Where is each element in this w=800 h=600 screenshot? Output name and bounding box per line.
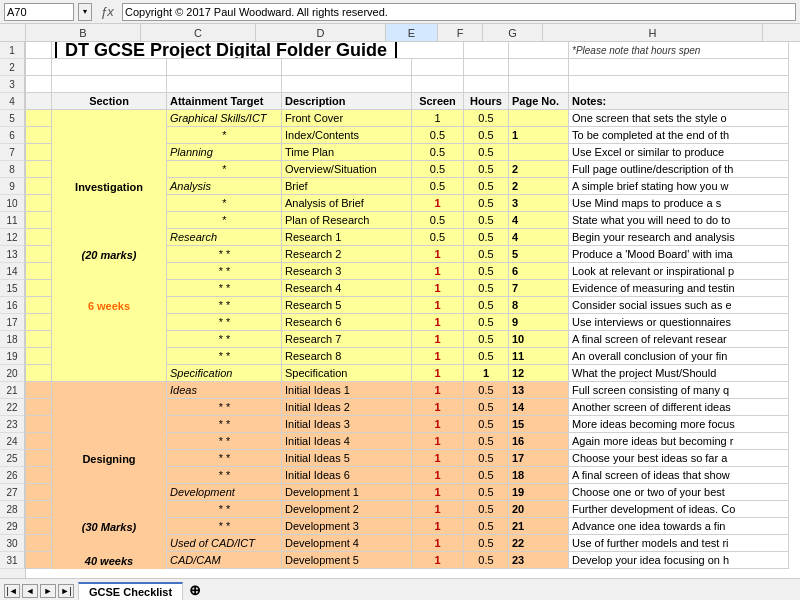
row-num-19: 19 bbox=[0, 348, 25, 365]
row-num-26: 26 bbox=[0, 467, 25, 484]
col-header-e[interactable]: E bbox=[386, 24, 438, 41]
row-26: * * Initial Ideas 6 1 0.5 18 A final scr… bbox=[26, 467, 800, 484]
tab-nav-next[interactable]: ► bbox=[40, 584, 56, 598]
row-num-6: 6 bbox=[0, 127, 25, 144]
row-num-11: 11 bbox=[0, 212, 25, 229]
row-num-9: 9 bbox=[0, 178, 25, 195]
tab-nav-first[interactable]: |◄ bbox=[4, 584, 20, 598]
row-num-10: 10 bbox=[0, 195, 25, 212]
tab-navigation: |◄ ◄ ► ►| bbox=[4, 584, 74, 600]
row-10: * Analysis of Brief 1 0.5 3 Use Mind map… bbox=[26, 195, 800, 212]
sheet-tab-gcse[interactable]: GCSE Checklist bbox=[78, 582, 183, 600]
note-text: *Please note that hours spen bbox=[572, 45, 700, 56]
row-8: * Overview/Situation 0.5 0.5 2 Full page… bbox=[26, 161, 800, 178]
row-22: * * Initial Ideas 2 1 0.5 14 Another scr… bbox=[26, 399, 800, 416]
row-9: Investigation Analysis Brief 0.5 0.5 2 A… bbox=[26, 178, 800, 195]
row-num-2: 2 bbox=[0, 59, 25, 76]
row-1: DT GCSE Project Digital Folder Guide *Pl… bbox=[26, 42, 800, 59]
row-num-30: 30 bbox=[0, 535, 25, 552]
column-headers: B C D E F G H bbox=[0, 24, 800, 42]
formula-icon: ƒx bbox=[96, 3, 118, 21]
row-28: * * Development 2 1 0.5 20 Further devel… bbox=[26, 501, 800, 518]
row-num-22: 22 bbox=[0, 399, 25, 416]
formula-toolbar: ▾ ƒx bbox=[0, 0, 800, 24]
col-header-c[interactable]: C bbox=[141, 24, 256, 41]
row-19: * * Research 8 1 0.5 11 An overall concl… bbox=[26, 348, 800, 365]
row-4: Section Attainment Target Description Sc… bbox=[26, 93, 800, 110]
col-header-h[interactable]: H bbox=[543, 24, 763, 41]
row-13: (20 marks) * * Research 2 1 0.5 5 Produc… bbox=[26, 246, 800, 263]
col-header-f[interactable]: F bbox=[438, 24, 483, 41]
header-section: Section bbox=[52, 93, 167, 110]
row-num-23: 23 bbox=[0, 416, 25, 433]
name-box[interactable] bbox=[4, 3, 74, 21]
tab-nav-last[interactable]: ►| bbox=[58, 584, 74, 598]
spreadsheet-title: DT GCSE Project Digital Folder Guide bbox=[55, 42, 397, 59]
cell-f1[interactable] bbox=[464, 42, 509, 59]
col-header-g[interactable]: G bbox=[483, 24, 543, 41]
row-num-20: 20 bbox=[0, 365, 25, 382]
row-num-13: 13 bbox=[0, 246, 25, 263]
name-box-dropdown[interactable]: ▾ bbox=[78, 3, 92, 21]
row-num-25: 25 bbox=[0, 450, 25, 467]
row-5: Graphical Skills/ICT Front Cover 1 0.5 O… bbox=[26, 110, 800, 127]
row-21: Ideas Initial Ideas 1 1 0.5 13 Full scre… bbox=[26, 382, 800, 399]
row-num-17: 17 bbox=[0, 314, 25, 331]
header-screen: Screen bbox=[412, 93, 464, 110]
row-num-7: 7 bbox=[0, 144, 25, 161]
cell-a1[interactable] bbox=[26, 42, 52, 59]
row-18: * * Research 7 1 0.5 10 A final screen o… bbox=[26, 331, 800, 348]
spreadsheet-grid[interactable]: DT GCSE Project Digital Folder Guide *Pl… bbox=[26, 42, 800, 578]
row-15: * * Research 4 1 0.5 7 Evidence of measu… bbox=[26, 280, 800, 297]
header-notes: Notes: bbox=[569, 93, 789, 110]
row-14: * * Research 3 1 0.5 6 Look at relevant … bbox=[26, 263, 800, 280]
row-num-4: 4 bbox=[0, 93, 25, 110]
row-num-15: 15 bbox=[0, 280, 25, 297]
row-12: Research Research 1 0.5 0.5 4 Begin your… bbox=[26, 229, 800, 246]
row-24: * * Initial Ideas 4 1 0.5 16 Again more … bbox=[26, 433, 800, 450]
row-23: * * Initial Ideas 3 1 0.5 15 More ideas … bbox=[26, 416, 800, 433]
sheet-area: 1 2 3 4 5 6 7 8 9 10 11 12 13 14 15 16 1… bbox=[0, 42, 800, 578]
row-num-24: 24 bbox=[0, 433, 25, 450]
cell-h1[interactable]: *Please note that hours spen bbox=[569, 42, 789, 59]
row-27: Development Development 1 1 0.5 19 Choos… bbox=[26, 484, 800, 501]
tab-nav-prev[interactable]: ◄ bbox=[22, 584, 38, 598]
row-16: 6 weeks * * Research 5 1 0.5 8 Consider … bbox=[26, 297, 800, 314]
row-2 bbox=[26, 59, 800, 76]
header-hours: Hours bbox=[464, 93, 509, 110]
row-num-3: 3 bbox=[0, 76, 25, 93]
row-num-1: 1 bbox=[0, 42, 25, 59]
row-num-31: 31 bbox=[0, 552, 25, 569]
col-header-d[interactable]: D bbox=[256, 24, 386, 41]
row-29: (30 Marks) * * Development 3 1 0.5 21 Ad… bbox=[26, 518, 800, 535]
row-30: Used of CAD/ICT Development 4 1 0.5 22 U… bbox=[26, 535, 800, 552]
header-description: Description bbox=[282, 93, 412, 110]
row-num-28: 28 bbox=[0, 501, 25, 518]
header-attainment: Attainment Target bbox=[167, 93, 282, 110]
row-3 bbox=[26, 76, 800, 93]
add-sheet-button[interactable]: ⊕ bbox=[183, 580, 207, 600]
row-11: * Plan of Research 0.5 0.5 4 State what … bbox=[26, 212, 800, 229]
row-num-14: 14 bbox=[0, 263, 25, 280]
cell-g1[interactable] bbox=[509, 42, 569, 59]
col-header-b[interactable]: B bbox=[26, 24, 141, 41]
row-num-12: 12 bbox=[0, 229, 25, 246]
row-25: Designing * * Initial Ideas 5 1 0.5 17 C… bbox=[26, 450, 800, 467]
corner-cell bbox=[0, 24, 26, 41]
row-7: Planning Time Plan 0.5 0.5 Use Excel or … bbox=[26, 144, 800, 161]
header-page-no: Page No. bbox=[509, 93, 569, 110]
tab-bar: |◄ ◄ ► ►| GCSE Checklist ⊕ bbox=[0, 578, 800, 600]
row-num-8: 8 bbox=[0, 161, 25, 178]
row-20: Specification Specification 1 1 12 What … bbox=[26, 365, 800, 382]
formula-bar-input[interactable] bbox=[122, 3, 796, 21]
row-6: * Index/Contents 0.5 0.5 1 To be complet… bbox=[26, 127, 800, 144]
row-num-27: 27 bbox=[0, 484, 25, 501]
row-num-18: 18 bbox=[0, 331, 25, 348]
row-31: 40 weeks CAD/CAM Development 5 1 0.5 23 … bbox=[26, 552, 800, 569]
row-num-29: 29 bbox=[0, 518, 25, 535]
row-num-21: 21 bbox=[0, 382, 25, 399]
row-17: * * Research 6 1 0.5 9 Use interviews or… bbox=[26, 314, 800, 331]
row-num-16: 16 bbox=[0, 297, 25, 314]
cell-title[interactable]: DT GCSE Project Digital Folder Guide bbox=[52, 42, 464, 59]
row-numbers: 1 2 3 4 5 6 7 8 9 10 11 12 13 14 15 16 1… bbox=[0, 42, 26, 578]
